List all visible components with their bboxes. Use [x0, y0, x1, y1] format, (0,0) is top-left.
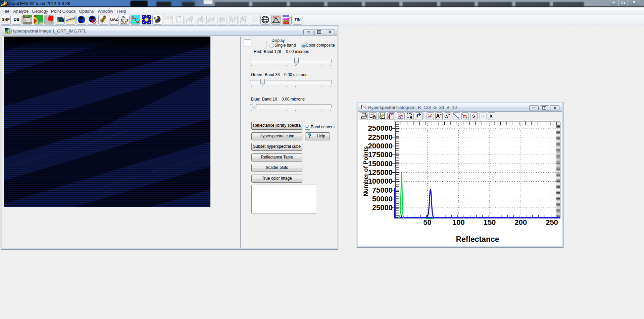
svg-text:25000: 25000	[372, 203, 393, 212]
svg-text:250000: 250000	[368, 124, 393, 132]
svg-text:Number of Points: Number of Points	[362, 146, 369, 196]
svg-text:100: 100	[452, 218, 465, 227]
svg-text:r: r	[430, 115, 431, 119]
svg-text:IN: IN	[122, 15, 126, 19]
svg-text:175000: 175000	[368, 150, 393, 159]
svg-text:200000: 200000	[368, 142, 393, 150]
svg-text:X: X	[490, 114, 493, 119]
svg-text:A: A	[445, 114, 448, 119]
svg-text:100000: 100000	[368, 177, 393, 185]
svg-text:250: 250	[546, 218, 558, 227]
svg-text:G: G	[289, 16, 291, 20]
svg-text:50: 50	[423, 218, 431, 227]
svg-text:200: 200	[514, 218, 527, 227]
svg-text:FLY: FLY	[240, 15, 247, 19]
svg-text:R: R	[481, 114, 485, 119]
svg-text:150: 150	[484, 218, 496, 227]
svg-text:50000: 50000	[372, 195, 393, 203]
svg-text:225000: 225000	[368, 133, 393, 141]
svg-text:S: S	[472, 114, 475, 119]
svg-text:75000: 75000	[372, 186, 393, 194]
svg-text:FLY: FLY	[229, 15, 236, 19]
svg-text:125000: 125000	[368, 168, 393, 177]
svg-text:P: P	[201, 15, 203, 19]
svg-text:Reflectance: Reflectance	[456, 235, 499, 244]
svg-text:U: U	[132, 15, 134, 19]
svg-text:graf: graf	[253, 18, 258, 21]
svg-text:150000: 150000	[368, 160, 393, 168]
svg-text:A: A	[436, 113, 440, 119]
svg-text:O: O	[190, 15, 193, 19]
svg-text:+++: +++	[283, 22, 287, 24]
svg-text:M: M	[136, 20, 140, 24]
